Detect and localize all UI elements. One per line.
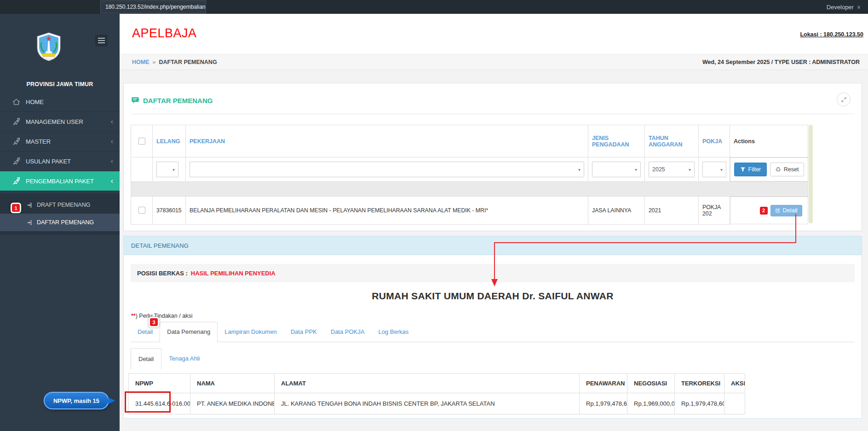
rocket-icon [12,137,21,146]
cell-penawaran: Rp.1,979,478,600.00 [580,393,627,414]
column-header-aksi: AKSI [724,374,745,393]
tooltip-tail [108,397,115,404]
page-header: APELBAJA Lokasi : 180.250.123.50 [120,14,868,54]
reset-button[interactable]: ♻ Reset [770,163,804,176]
column-header-pekerjaan: PEKERJAAN [186,125,588,157]
breadcrumb-current: DAFTAR PEMENANG [159,59,217,65]
chevron-down-icon: ▾ [635,167,637,172]
subtab-tenaga-ahli[interactable]: Tenaga Ahli [161,348,207,369]
row-checkbox[interactable] [138,207,145,214]
sidebar-item-master[interactable]: MASTER ‹ [0,132,120,151]
status-url: 180.250.123.52/index.php/pengembalian [100,0,206,13]
column-header-penawaran: PENAWARAN [580,374,627,393]
column-header-lelang: LELANG [153,125,186,157]
filter-button-label: Filter [748,166,761,173]
recycle-icon: ♻ [775,166,781,173]
sign-in-arrow-icon [26,202,33,209]
lelang-filter-select[interactable]: ▾ [156,162,178,177]
cell-pokja: POKJA 202 [699,197,730,225]
table-scrollbar[interactable] [809,125,813,223]
cell-alamat: JL. KARANG TENGAH BONA INDAH BISNIS CENT… [275,393,580,414]
annotation-highlight-box [125,391,171,413]
sidebar-item-managemen-user[interactable]: MANAGEMEN USER ‹ [0,112,120,132]
detail-panel-title: DETAIL PEMENANG [131,242,189,249]
annotation-tooltip-text: NPWP, masih 15 [53,397,99,404]
detail-pemenang-panel: DETAIL PEMENANG POSISI BERKAS : HASIL PE… [123,236,862,419]
hospital-name-heading: RUMAH SAKIT UMUM DAERAH Dr. SAIFUL ANWAR [124,291,862,302]
jenis-pengadaan-filter-select[interactable]: ▾ [592,162,641,177]
cell-lelang: 37836015 [153,197,186,225]
column-header-actions: Actions [730,125,808,157]
sidebar-item-label: MASTER [26,138,51,145]
subtab-detail[interactable]: Detail [131,348,161,369]
breadcrumb-separator: » [153,59,156,65]
cell-terkoreksi: Rp.1,979,478,600.00 [675,393,724,414]
user-menu[interactable]: Developer ∨ [827,0,861,14]
annotation-badge-1: 1 [12,204,20,212]
tab-data-pokja[interactable]: Data POKJA [324,322,372,342]
funnel-icon [740,167,746,172]
reset-button-label: Reset [784,166,799,173]
breadcrumb-home-link[interactable]: HOME [132,59,149,65]
chevron-left-icon: ‹ [111,138,113,145]
cell-nama: PT. ANEKA MEDIKA INDONESIA [190,393,275,414]
annotation-tooltip: NPWP, masih 15 [44,392,109,409]
sidebar-item-home[interactable]: HOME [0,92,120,112]
sidebar: PROVINSI JAWA TIMUR HOME MANAGEMEN USER … [0,14,120,431]
pemenang-subtabs: Detail Tenaga Ahli [131,348,207,370]
org-title: PROVINSI JAWA TIMUR [0,81,120,87]
empty-group-row [131,182,808,197]
chevron-left-icon: ‹ [111,177,113,185]
jawa-timur-crest-logo [36,32,62,62]
tab-log-berkas[interactable]: Log Berkas [371,322,415,342]
daftar-pemenang-panel: DAFTAR PEMENANG LELANG PEKERJAAN JENIS P… [123,83,862,231]
column-header-tahun-anggaran: TAHUN ANGGARAN [645,125,699,157]
detail-tabs: Detail Data Pemenang Lampiran Dokumen Da… [131,322,855,342]
pekerjaan-filter-select[interactable]: ▾ [190,162,584,177]
detail-panel-header: DETAIL PEMENANG [124,236,862,255]
posisi-label: POSISI BERKAS : [137,270,188,277]
sidebar-subitem-daftar-pemenang[interactable]: DAFTAR PEMENANG [0,214,120,231]
chevron-down-icon: ∨ [857,4,861,10]
sidebar-item-usulan-paket[interactable]: USULAN PAKET ‹ [0,151,120,171]
sign-in-arrow-icon [26,219,33,226]
menu-toggle-icon[interactable] [95,35,108,47]
select-all-checkbox[interactable] [138,138,145,145]
sidebar-item-label: USULAN PAKET [26,158,71,165]
tab-data-pemenang[interactable]: Data Pemenang [160,322,218,342]
cell-jenis-pengadaan: JASA LAINNYA [588,197,645,225]
expand-button[interactable] [837,93,851,106]
topbar: 180.250.123.52/index.php/pengembalian De… [0,0,868,14]
pokja-line2: 202 [702,210,726,217]
annotation-badge-2: 2 [760,207,768,215]
column-header-negosiasi: NEGOSIASI [627,374,675,393]
filter-button[interactable]: Filter [734,163,767,176]
column-header-terkoreksi: TERKOREKSI [675,374,724,393]
home-icon [12,98,21,106]
table-header-row: LELANG PEKERJAAN JENIS PENGADAAN TAHUN A… [131,125,808,157]
sidebar-item-pengembalian-paket[interactable]: PENGEMBALIAN PAKET ‹ [0,171,120,191]
chevron-down-icon: ▾ [578,167,581,172]
divider [131,114,854,114]
pokja-filter-select[interactable]: ▾ [702,162,726,177]
column-header-npwp: NPWP [129,374,190,393]
sidebar-menu: HOME MANAGEMEN USER ‹ MASTER ‹ USULAN PA… [0,92,120,191]
column-header-nama: NAMA [190,374,275,393]
tab-lampiran-dokumen[interactable]: Lampiran Dokumen [218,322,283,342]
location-link[interactable]: Lokasi : 180.250.123.50 [800,31,863,38]
detail-button[interactable]: Detail [770,205,802,216]
pemenang-detail-table: NPWP NAMA ALAMAT PENAWARAN NEGOSIASI TER… [128,373,745,414]
column-header-pokja: POKJA [699,125,730,157]
tab-data-ppk[interactable]: Data PPK [284,322,324,342]
sidebar-subitem-label: DAFTAR PEMENANG [37,219,94,226]
note-stars: ** [131,313,136,319]
chevron-down-icon: ▾ [720,167,723,172]
panel-title-text: DAFTAR PEMENANG [143,97,213,105]
chat-icon [131,96,139,105]
app-window: 180.250.123.52/index.php/pengembalian De… [0,0,868,431]
cell-negosiasi: Rp.1,969,000,000.00 [627,393,675,414]
cell-aksi [724,393,745,414]
tahun-anggaran-filter-select[interactable]: 2025 ▾ [649,162,695,177]
column-header-alamat: ALAMAT [275,374,580,393]
sidebar-item-label: PENGEMBALIAN PAKET [26,178,94,185]
